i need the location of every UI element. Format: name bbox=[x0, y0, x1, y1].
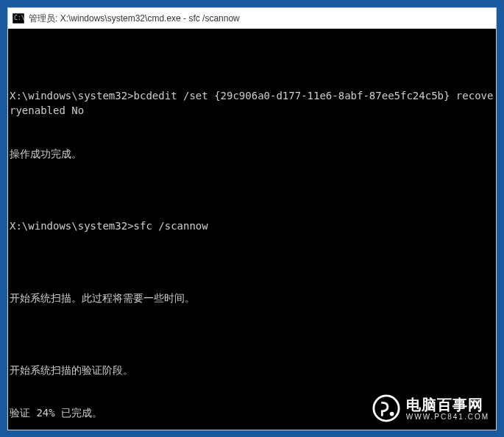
terminal-line: 验证 24% 已完成。 bbox=[10, 406, 494, 421]
window-title: 管理员: X:\windows\system32\cmd.exe - sfc /… bbox=[29, 13, 240, 25]
svg-text:C:\: C:\ bbox=[14, 15, 24, 21]
terminal-line: X:\windows\system32>bcdedit /set {29c906… bbox=[10, 89, 494, 118]
terminal-line: X:\windows\system32>sfc /scannow bbox=[10, 219, 494, 234]
terminal-line: 开始系统扫描的验证阶段。 bbox=[10, 363, 494, 378]
cmd-icon: C:\ bbox=[13, 13, 24, 24]
terminal-output[interactable]: X:\windows\system32>bcdedit /set {29c906… bbox=[8, 29, 496, 430]
cmd-window: C:\ 管理员: X:\windows\system32\cmd.exe - s… bbox=[7, 7, 497, 430]
titlebar[interactable]: C:\ 管理员: X:\windows\system32\cmd.exe - s… bbox=[8, 8, 496, 29]
terminal-line: 开始系统扫描。此过程将需要一些时间。 bbox=[10, 291, 494, 306]
terminal-line: 操作成功完成。 bbox=[10, 147, 494, 162]
